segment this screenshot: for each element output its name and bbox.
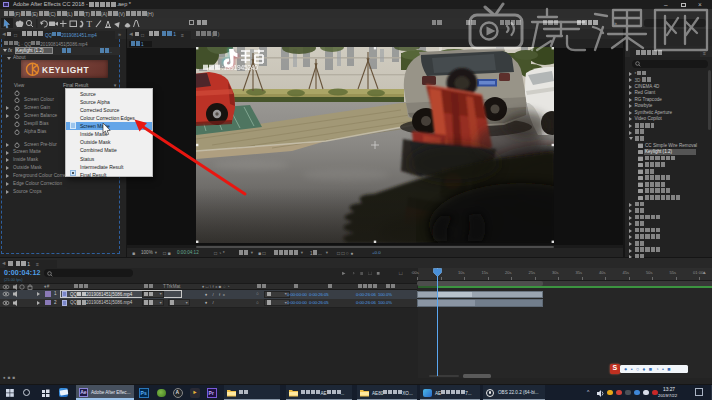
svg-text::1391945240: :1391945240 (222, 64, 259, 71)
svg-text:T: T (87, 19, 93, 29)
svg-text:KEYLIGHT: KEYLIGHT (42, 64, 89, 74)
